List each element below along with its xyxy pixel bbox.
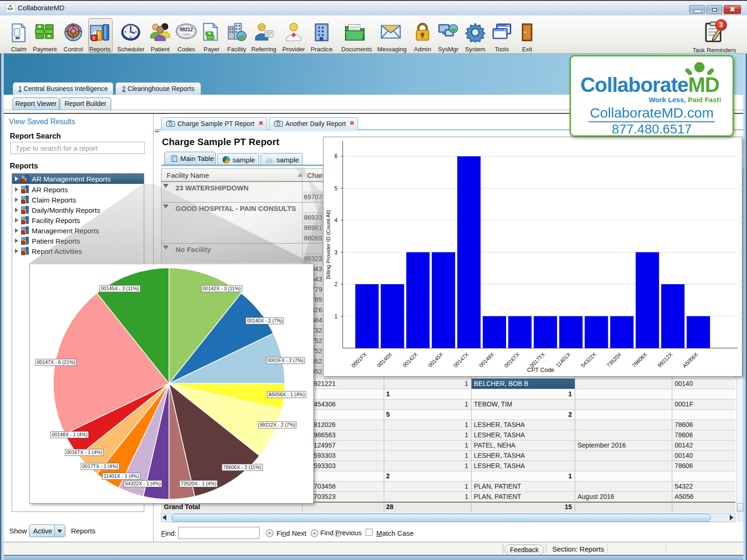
- svg-text:00147X: 00147X: [452, 351, 470, 369]
- svg-text:4: 4: [334, 217, 338, 224]
- svg-text:1: 1: [334, 313, 338, 320]
- svg-text:3: 3: [334, 249, 338, 256]
- svg-text:78606X: 78606X: [631, 351, 648, 369]
- svg-text:0016TX: 0016TX: [503, 351, 521, 369]
- svg-text:00148X: 00148X: [478, 351, 495, 369]
- svg-text:Billing Provider ID (Count All: Billing Provider ID (Count All): [325, 210, 331, 279]
- svg-text:2: 2: [334, 281, 338, 287]
- svg-text:99212X: 99212X: [656, 351, 674, 369]
- svg-text:5: 5: [334, 185, 338, 192]
- svg-text:00142X: 00142X: [402, 351, 419, 369]
- svg-text:54322X: 54322X: [580, 351, 597, 369]
- svg-text:CPT Code: CPT Code: [527, 367, 554, 373]
- svg-text:0017TX: 0017TX: [529, 351, 546, 369]
- svg-text:A5056X: A5056X: [682, 351, 699, 369]
- svg-text:73520X: 73520X: [606, 351, 623, 369]
- svg-text:00140X: 00140X: [376, 351, 393, 369]
- svg-text:6: 6: [334, 153, 338, 160]
- svg-text:00145X: 00145X: [427, 351, 444, 369]
- svg-text:0001FX: 0001FX: [350, 351, 367, 369]
- svg-text:11401X: 11401X: [555, 351, 571, 368]
